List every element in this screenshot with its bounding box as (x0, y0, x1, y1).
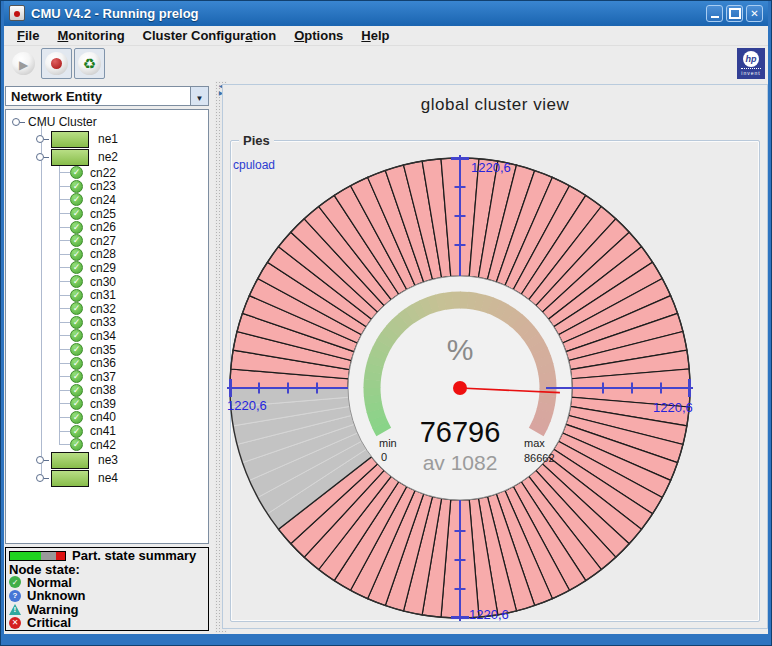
tree-item-cn22[interactable]: cn22 (6, 166, 208, 180)
title-bar: CMU V4.2 - Running prelog (4, 0, 768, 26)
tree-item-cn30[interactable]: cn30 (6, 275, 208, 289)
tree-item-ne3[interactable]: ne3 (6, 451, 208, 469)
play-icon (19, 55, 28, 73)
tree-connector (59, 254, 70, 255)
tree-expand-handle[interactable] (36, 474, 44, 482)
node-state-header: Node state: (9, 562, 205, 575)
refresh-icon (83, 55, 96, 73)
tree-expand-handle[interactable] (36, 153, 44, 161)
gauge-arc (403, 316, 410, 321)
node-ok-icon (70, 438, 83, 451)
tree-connector (59, 308, 70, 309)
tree-item-label: cn36 (90, 356, 116, 370)
gauge-arc (504, 312, 511, 316)
tree-item-ne1[interactable]: ne1 (6, 130, 208, 148)
state-bar-segment (56, 552, 65, 560)
gauge-max-label: max (524, 437, 545, 449)
gauge-arc (372, 395, 373, 403)
tree-item-cluster-root[interactable]: CMU Cluster (6, 113, 208, 130)
axis-label-right: 1220,6 (653, 400, 693, 415)
tree-item-cn25[interactable]: cn25 (6, 207, 208, 221)
maximize-button[interactable] (726, 5, 743, 22)
legend-state-label: Critical (27, 615, 71, 630)
question-circle-icon: ? (9, 590, 21, 602)
tree-item-cn34[interactable]: cn34 (6, 329, 208, 343)
tree-item-label: cn37 (90, 370, 116, 384)
tree-item-cn33[interactable]: cn33 (6, 316, 208, 330)
tree-item-cn37[interactable]: cn37 (6, 370, 208, 384)
node-ok-icon (70, 275, 83, 288)
tree-item-cn27[interactable]: cn27 (6, 234, 208, 248)
network-entity-selector[interactable]: Network Entity (5, 86, 209, 106)
app-icon (9, 5, 25, 21)
gauge-arc (373, 365, 375, 373)
tree-connector (59, 295, 70, 296)
node-ok-icon (70, 166, 83, 179)
tree-item-label: cn22 (90, 166, 116, 180)
tree-item-cn29[interactable]: cn29 (6, 261, 208, 275)
gauge-arc (388, 331, 393, 338)
menu-options[interactable]: Options (285, 27, 352, 44)
tree-item-cn35[interactable]: cn35 (6, 343, 208, 357)
legend-state-normal: ✓Normal (9, 576, 205, 589)
tree-item-cn38[interactable]: cn38 (6, 384, 208, 398)
menu-help[interactable]: Help (352, 27, 398, 44)
cluster-pie-chart[interactable]: 1220,6 1220,6 1220,6 1220,6 % 76796 av 1… (223, 85, 767, 628)
toolbar: hp invent (4, 46, 768, 81)
node-ok-icon (70, 180, 83, 193)
gauge-arc (375, 410, 377, 418)
play-button (8, 48, 39, 79)
tree-item-cn41[interactable]: cn41 (6, 424, 208, 438)
tree-item-cn31[interactable]: cn31 (6, 288, 208, 302)
tree-item-label: cn28 (90, 247, 116, 261)
minimize-button[interactable] (706, 5, 723, 22)
gauge-arc (384, 337, 388, 344)
node-ok-icon (70, 261, 83, 274)
gauge-arc (510, 316, 517, 321)
tree-item-cn39[interactable]: cn39 (6, 397, 208, 411)
tree-connector (59, 281, 70, 282)
gauge-arc (398, 320, 404, 326)
gauge-arc (547, 396, 548, 404)
tree-item-ne4[interactable]: ne4 (6, 469, 208, 487)
tree-item-cn28[interactable]: cn28 (6, 248, 208, 262)
gauge-arc (536, 425, 540, 432)
selector-dropdown-button[interactable] (190, 87, 208, 105)
tree-item-cn24[interactable]: cn24 (6, 193, 208, 207)
tree-connector (59, 403, 70, 404)
hp-logo-icon: hp (743, 51, 759, 67)
gauge-value: 76796 (420, 416, 501, 448)
refresh-button[interactable] (74, 48, 105, 79)
gauge-arc (475, 301, 483, 303)
record-icon (51, 58, 62, 69)
tree-item-ne2[interactable]: ne2 (6, 148, 208, 166)
check-circle-icon: ✓ (9, 576, 21, 588)
gauge-arc (536, 344, 540, 351)
gauge-arc (375, 357, 378, 365)
tree-item-cn32[interactable]: cn32 (6, 302, 208, 316)
gauge-arc (373, 403, 375, 411)
hp-invent-label: invent (741, 68, 760, 76)
tree-item-cn26[interactable]: cn26 (6, 220, 208, 234)
menu-bar: FileMonitoringCluster ConfigurationOptio… (4, 26, 768, 46)
menu-monitoring[interactable]: Monitoring (48, 27, 133, 44)
tree-connector (59, 267, 70, 268)
tree-item-cn40[interactable]: cn40 (6, 411, 208, 425)
menu-cluster-configuration[interactable]: Cluster Configuration (134, 27, 286, 44)
tree-item-cn23[interactable]: cn23 (6, 180, 208, 194)
tree-item-cn42[interactable]: cn42 (6, 438, 208, 452)
tree-expand-handle[interactable] (36, 456, 44, 464)
state-bar-segment (10, 552, 41, 560)
gauge-average: av 1082 (423, 451, 498, 474)
node-ok-icon (70, 221, 83, 234)
close-button[interactable] (746, 5, 763, 22)
gauge-arc (437, 301, 445, 303)
record-button[interactable] (41, 48, 72, 79)
gauge-arc (483, 303, 491, 306)
menu-file[interactable]: File (8, 27, 48, 44)
tree-item-cn36[interactable]: cn36 (6, 356, 208, 370)
tree-expand-handle[interactable] (12, 118, 20, 126)
tree-expand-handle[interactable] (36, 135, 44, 143)
node-ok-icon (70, 248, 83, 261)
hp-logo: hp invent (737, 48, 765, 79)
